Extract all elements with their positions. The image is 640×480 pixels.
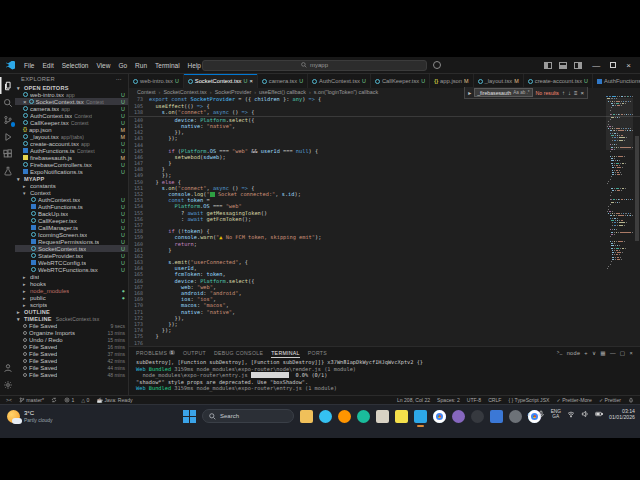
taskbar-clock[interactable]: 03:1401/01/2026 — [609, 408, 635, 420]
status-bell[interactable] — [628, 397, 634, 404]
status-1[interactable]: 1 — [64, 397, 74, 404]
tab-app.json[interactable]: {}app.jsonM — [430, 74, 473, 88]
menu-go[interactable]: Go — [114, 62, 131, 69]
editor-scrollbar[interactable] — [634, 96, 640, 346]
panel-tab-debug-console[interactable]: DEBUG CONSOLE — [214, 347, 263, 358]
open-editor-item[interactable]: ×SocketContext.tsxContextU — [15, 98, 128, 105]
timeline-item[interactable]: File Saved44 mins — [15, 364, 128, 371]
new-terminal-icon[interactable]: + — [584, 350, 588, 356]
panel-tab-output[interactable]: OUTPUT — [183, 347, 206, 358]
breadcrumb-item[interactable]: SocketProvider — [215, 89, 252, 95]
start-button[interactable] — [183, 410, 196, 423]
timeline-item[interactable]: File Saved42 mins — [15, 357, 128, 364]
outline-header[interactable]: ▸OUTLINE — [15, 308, 128, 315]
taskbar-search[interactable]: Search — [202, 409, 294, 423]
sticky-line[interactable]: 105useEffect(() => { — [129, 103, 640, 110]
tree-item-AuthContext.tsx[interactable]: AuthContext.tsxU — [15, 196, 128, 203]
tree-item-CallKeeper.tsx[interactable]: CallKeeper.tsxU — [15, 217, 128, 224]
taskbar-file-explorer-icon[interactable] — [300, 410, 313, 423]
code-lines[interactable]: 140device: Platform.select({141native: "… — [129, 117, 640, 346]
timeline-header[interactable]: ▾TIMELINE SocketContext.tsx — [15, 315, 128, 322]
terminal-shell-name[interactable]: node — [567, 350, 581, 356]
open-editor-item[interactable]: camera.tsxappU — [15, 105, 128, 112]
maximize-panel-icon[interactable]: ▢ — [620, 350, 626, 356]
status-0[interactable]: △0 — [81, 397, 89, 403]
status-utf-8[interactable]: UTF-8 — [467, 397, 481, 403]
taskbar-settings-circle-icon[interactable] — [509, 410, 522, 423]
find-option-ab[interactable]: ab — [520, 90, 525, 95]
tab-CallKeeper.tsx[interactable]: CallKeeper.tsxU — [371, 74, 430, 88]
status-remote[interactable]: >< — [6, 397, 12, 403]
taskbar-discord-icon[interactable] — [471, 410, 484, 423]
volume-icon[interactable] — [581, 410, 589, 418]
minimize-button[interactable]: — — [589, 61, 603, 70]
status-spaces-2[interactable]: Spaces: 2 — [437, 397, 460, 403]
tree-item-public[interactable]: ▸public● — [15, 294, 128, 301]
open-editor-item[interactable]: firebasesauth.jsM — [15, 154, 128, 161]
status-prettier-more[interactable]: ✓Prettier-More — [556, 397, 591, 403]
maximize-button[interactable] — [610, 62, 616, 68]
tab-camera.tsx[interactable]: camera.tsxU — [258, 74, 308, 88]
breadcrumb-item[interactable]: useEffect() callback — [259, 89, 306, 95]
menu-edit[interactable]: Edit — [38, 62, 57, 69]
activitybar-source-control-icon[interactable] — [0, 111, 15, 128]
tree-item-constants[interactable]: ▸constants — [15, 182, 128, 189]
wifi-icon[interactable] — [567, 410, 575, 418]
open-editor-item[interactable]: _layout.tsxapp/(tabs)M — [15, 133, 128, 140]
tab-web-intro.tsx[interactable]: web-intro.tsxU — [129, 74, 184, 88]
open-editor-item[interactable]: ExpoNotifications.tsU — [15, 168, 128, 175]
toggle-secondary-sidebar-icon[interactable] — [574, 62, 582, 69]
menu-terminal[interactable]: Terminal — [151, 62, 184, 69]
menu-view[interactable]: View — [92, 62, 114, 69]
timeline-item[interactable]: Organize Imports13 mins — [15, 329, 128, 336]
find-option-Aa[interactable]: Aa — [513, 90, 519, 95]
tree-item-WebRTCFunctions.tsx[interactable]: WebRTCFunctions.tsxU — [15, 266, 128, 273]
open-editor-item[interactable]: CallKeeper.tsxContextU — [15, 119, 128, 126]
find-in-selection-icon[interactable]: ≡ — [574, 90, 578, 96]
sticky-line[interactable]: 138s.on("connect", async () => { — [129, 109, 640, 116]
tree-item-IcomingScreen.tsx[interactable]: IcomingScreen.tsxU — [15, 231, 128, 238]
status-sync[interactable] — [51, 397, 57, 404]
taskbar-edge-browser-icon[interactable] — [319, 410, 332, 423]
breadcrumb-item[interactable]: Context — [137, 89, 156, 95]
close-button[interactable]: × — [623, 61, 634, 70]
terminal-dropdown-icon[interactable]: ∨ — [592, 350, 596, 356]
explorer-more-icon[interactable]: ⋯ — [116, 76, 122, 82]
tree-item-hooks[interactable]: ▸hooks — [15, 280, 128, 287]
status-master-[interactable]: master* — [19, 397, 44, 404]
tray-chevron-icon[interactable]: ∧ — [527, 411, 531, 417]
tree-item-Context[interactable]: ▾Context — [15, 189, 128, 196]
minimize-panel-icon[interactable]: — — [610, 350, 616, 356]
timeline-item[interactable]: File Saved9 secs — [15, 322, 128, 329]
toggle-sidebar-icon[interactable] — [544, 62, 552, 69]
battery-icon[interactable] — [595, 410, 603, 418]
mic-icon[interactable] — [537, 410, 545, 418]
taskbar-sticky-notes-icon[interactable] — [395, 410, 408, 423]
tree-item-dist[interactable]: ▸dist — [15, 273, 128, 280]
activitybar-run-debug-icon[interactable] — [0, 128, 15, 145]
timeline-item[interactable]: File Saved48 mins — [15, 371, 128, 378]
status-prettier[interactable]: ✓Prettier — [599, 397, 621, 403]
menu-run[interactable]: Run — [131, 62, 151, 69]
close-icon[interactable]: × — [249, 78, 252, 84]
tab-SocketContext.tsx[interactable]: SocketContext.tsxU× — [184, 74, 258, 88]
tree-item-AuthFunctions.ts[interactable]: AuthFunctions.tsU — [15, 203, 128, 210]
find-collapse-icon[interactable]: ▸ — [468, 89, 471, 96]
taskbar-firefox-browser-icon[interactable] — [338, 410, 351, 423]
workspace-header[interactable]: ▾MYAPP — [15, 175, 128, 182]
taskbar-store-teal-icon[interactable] — [357, 410, 370, 423]
panel-tab-ports[interactable]: PORTS — [308, 347, 327, 358]
status-ln-208-col-22[interactable]: Ln 208, Col 22 — [397, 397, 430, 403]
open-editor-item[interactable]: AuthFunctions.tsContextU — [15, 147, 128, 154]
terminal-output[interactable]: subDestroy], [Function subDestroy], [Fun… — [129, 358, 640, 395]
split-terminal-icon[interactable]: ▦ — [600, 350, 606, 356]
tree-item-SocketContext.tsx[interactable]: SocketContext.tsxU — [15, 245, 128, 252]
activitybar-explorer-icon[interactable] — [0, 77, 15, 94]
activitybar-extensions-icon[interactable] — [0, 145, 15, 162]
find-input[interactable]: _firebasesauth Aa ab .* — [474, 88, 532, 97]
timeline-item[interactable]: File Saved16 mins — [15, 343, 128, 350]
timeline-item[interactable]: Undo / Redo15 mins — [15, 336, 128, 343]
tree-item-WebRTCConfig.ts[interactable]: WebRTCConfig.tsU — [15, 259, 128, 266]
taskbar-vscode-icon[interactable] — [414, 410, 427, 423]
taskbar-github-desktop-icon[interactable] — [452, 410, 465, 423]
